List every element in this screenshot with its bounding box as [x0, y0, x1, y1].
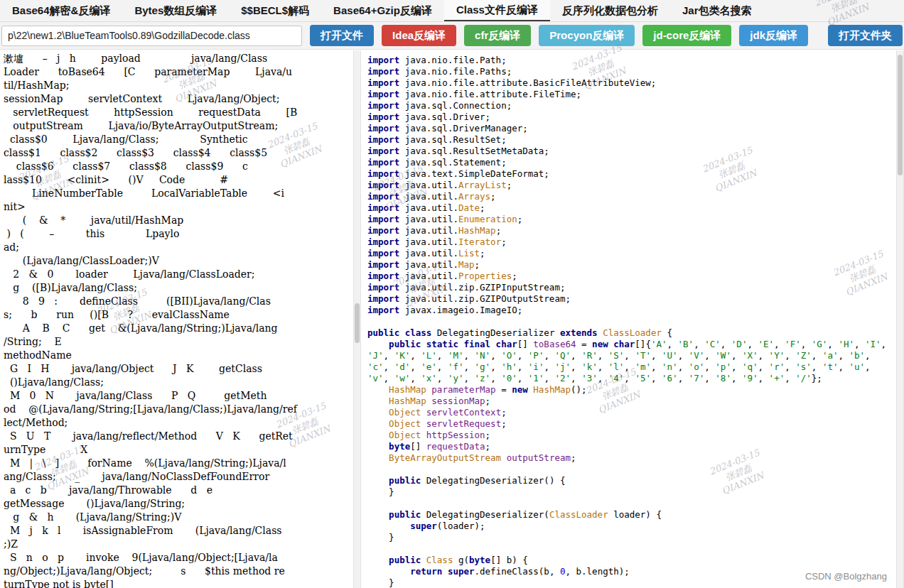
code-line [367, 464, 890, 475]
code-token: , [437, 361, 448, 372]
code-token: , [774, 339, 785, 349]
code-line [367, 543, 890, 555]
code-token: , [758, 361, 769, 372]
cfr-decompile-button[interactable]: cfr反编译 [464, 25, 531, 46]
right-scrollbar[interactable] [896, 50, 904, 588]
code-line: Object servletContext; [367, 407, 890, 418]
code-token: import [367, 248, 399, 258]
code-token [367, 339, 389, 349]
code-token: new char [592, 339, 635, 349]
code-token: [] [517, 339, 534, 349]
code-token: , [517, 361, 528, 372]
tab-base64-gzip[interactable]: Base64+Gzip反编译 [321, 0, 444, 21]
code-token: , [384, 361, 394, 372]
jdk-decompile-button[interactable]: jdk反编译 [739, 25, 808, 46]
tab-bcel-decode[interactable]: $$BECL$解码 [229, 0, 321, 21]
code-token: 'n' [662, 361, 678, 372]
code-line: import java.util.List; [367, 248, 890, 259]
code-token: }; [812, 373, 822, 383]
code-line: import java.util.HashMap; [367, 225, 890, 236]
code-token: 'T' [635, 350, 651, 361]
decompiled-code-panel[interactable]: import java.nio.file.Path;import java.ni… [361, 50, 896, 588]
code-token: super [410, 521, 437, 531]
csdn-credit: CSDN @Bolgzhang [805, 571, 887, 582]
raw-line: /String; E [4, 335, 350, 349]
raw-line: g ([B)Ljava/lang/Class; [4, 281, 350, 295]
file-path-input[interactable] [1, 26, 302, 46]
raw-line: ;)Z [4, 538, 350, 551]
code-token: '8' [715, 373, 731, 383]
code-token: 'O' [501, 350, 517, 361]
code-token: import [367, 55, 399, 65]
middle-scrollbar[interactable] [353, 50, 361, 588]
code-line: import java.util.Properties; [367, 271, 890, 282]
code-token: servletContext [426, 407, 501, 418]
code-token: HashMap [458, 225, 496, 236]
code-token: , [598, 350, 608, 361]
raw-line: S U T java/lang/reflect/Method V K getRe… [4, 430, 350, 443]
raw-class-panel[interactable]: 漱壚 – j h payload java/lang/ClassLoader t… [0, 50, 353, 588]
tab-bar: Base64解密&反编译Bytes数组反编译$$BECL$解码Base64+Gz… [0, 0, 904, 22]
tab-deserialize-packet[interactable]: 反序列化数据包分析 [550, 0, 670, 21]
code-token: java.util. [399, 236, 458, 247]
right-scrollbar-thumb[interactable] [898, 55, 903, 175]
tab-class-file[interactable]: Class文件反编译 [444, 0, 550, 21]
tab-bytes-array[interactable]: Bytes数组反编译 [122, 0, 229, 21]
open-folder-button[interactable]: 打开文件夹 [828, 25, 903, 46]
code-line: ByteArrayOutputStream outputStream; [367, 452, 890, 464]
code-token: java.text.SimpleDateFormat; [399, 168, 549, 179]
code-token: import [367, 134, 399, 145]
code-token: java.sql.ResultSetMetaData; [399, 146, 549, 156]
middle-scrollbar-thumb[interactable] [355, 303, 360, 343]
code-token: 'P' [528, 350, 544, 361]
code-token: , [838, 350, 849, 361]
code-token: public [389, 509, 421, 520]
tab-base64-decrypt[interactable]: Base64解密&反编译 [0, 0, 122, 21]
code-token: , [437, 350, 448, 361]
code-token: , [747, 339, 758, 349]
open-file-button[interactable]: 打开文件 [310, 25, 374, 46]
code-token [367, 407, 389, 418]
code-token: , [785, 350, 795, 361]
raw-line: getMessage ()Ljava/lang/String; [4, 497, 350, 511]
raw-line: class$6 class$7 class$8 class$9 c [4, 160, 350, 173]
code-token: java.util. [399, 214, 458, 224]
code-token: , [464, 361, 475, 372]
code-token: java.sql.Connection; [399, 100, 512, 111]
code-token [421, 407, 426, 418]
code-line: import java.util.Date; [367, 202, 890, 214]
procyon-decompile-button[interactable]: Procyon反编译 [539, 25, 635, 46]
code-line: super(loader); [367, 521, 890, 532]
code-token: HashMap [389, 384, 426, 395]
code-token: 'R' [581, 350, 598, 361]
code-token: , [517, 373, 528, 383]
raw-line: ( & * java/util/HashMap [4, 214, 350, 227]
code-token: import [367, 180, 399, 190]
raw-line: outputStream Ljava/io/ByteArrayOutputStr… [4, 119, 350, 133]
jd-core-decompile-button[interactable]: jd-core反编译 [642, 25, 731, 46]
code-token: import [367, 100, 399, 111]
code-token: Class [426, 555, 453, 565]
code-token: 'k' [581, 361, 598, 372]
code-token: '4' [608, 373, 625, 383]
code-line [367, 498, 890, 509]
code-token: , [651, 361, 662, 372]
code-token: , [598, 361, 608, 372]
code-token: , [785, 373, 795, 383]
code-token [367, 418, 389, 429]
raw-line: M 0 N java/lang/Class P Q getMeth [4, 389, 350, 403]
code-token: Properties [458, 271, 512, 281]
code-token: 'v' [367, 373, 384, 383]
code-line: public class DelegatingDeserializer exte… [367, 327, 890, 339]
code-token: , [865, 361, 876, 372]
code-token: , [812, 350, 822, 361]
code-token: '/' [795, 373, 812, 383]
code-line: import java.nio.file.Paths; [367, 66, 890, 77]
raw-line: turnType not is byte[] [4, 578, 350, 588]
idea-decompile-button[interactable]: Idea反编译 [382, 25, 456, 46]
code-token: Map [458, 259, 475, 270]
tab-jar-search[interactable]: Jar包类名搜索 [670, 0, 764, 21]
code-token: , [490, 350, 501, 361]
code-token: } [367, 532, 394, 543]
code-token: , [571, 350, 581, 361]
